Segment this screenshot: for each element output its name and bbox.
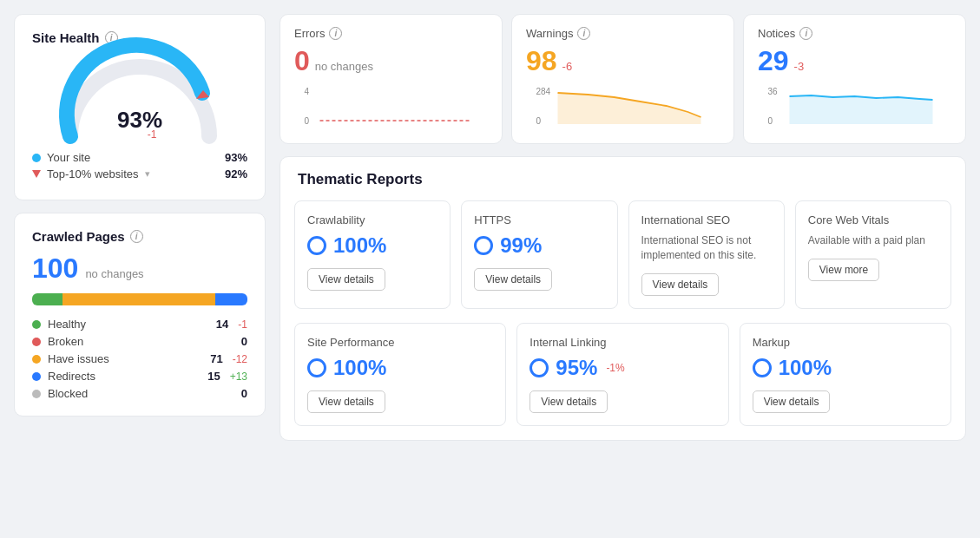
dashboard: Site Health i 93% -1 [14, 14, 966, 441]
right-column: Errors i 0 no changes 4 0 Warnings i [280, 14, 966, 441]
crawlability-score: 100% [333, 233, 386, 258]
site-health-card: Site Health i 93% -1 [14, 14, 266, 200]
internal-linking-score: 95% [556, 356, 597, 380]
list-item: Have issues 71 -12 [32, 352, 247, 365]
warnings-value: 98 [526, 45, 557, 77]
healthy-count: 14 [209, 318, 228, 331]
broken-label: Broken [48, 335, 221, 348]
svg-text:-1: -1 [148, 128, 157, 141]
warnings-info-icon[interactable]: i [577, 27, 590, 40]
notices-value: 29 [758, 45, 789, 77]
svg-text:0: 0 [305, 116, 310, 126]
top-sites-icon [32, 170, 41, 178]
https-circle-icon [474, 236, 493, 255]
healthy-dot [32, 320, 41, 329]
site-performance-circle-icon [307, 358, 326, 377]
svg-marker-11 [790, 95, 933, 124]
list-item: Blocked 0 [32, 387, 247, 400]
crawled-number-row: 100 no changes [32, 253, 247, 285]
gauge-container: 93% -1 [32, 54, 247, 141]
top-sites-legend: Top-10% websites ▾ 92% [32, 167, 247, 180]
https-card: HTTPS 99% View details [461, 200, 617, 309]
issues-count: 71 [204, 352, 223, 365]
gauge-svg: 93% -1 [62, 54, 218, 141]
errors-info-icon[interactable]: i [329, 27, 342, 40]
site-performance-view-btn[interactable]: View details [307, 390, 385, 413]
issues-label: Have issues [48, 352, 197, 365]
svg-text:284: 284 [536, 87, 551, 96]
warnings-sparkline: 284 0 [526, 84, 720, 128]
errors-sparkline: 4 0 [294, 84, 488, 128]
list-item: Broken 0 [32, 335, 247, 348]
progress-redirects [215, 293, 247, 305]
https-title: HTTPS [474, 213, 604, 226]
notices-label: Notices [758, 27, 795, 40]
international-seo-view-btn[interactable]: View details [641, 273, 720, 296]
left-column: Site Health i 93% -1 [14, 14, 266, 441]
notices-sparkline: 36 0 [758, 84, 951, 128]
crawled-items-list: Healthy 14 -1 Broken 0 Have issues 71 -1… [32, 318, 247, 400]
notices-delta: -3 [794, 60, 805, 73]
progress-issues [62, 293, 215, 305]
markup-card: Markup 100% View details [740, 323, 951, 426]
crawled-sub: no changes [85, 267, 143, 280]
svg-text:4: 4 [305, 87, 310, 96]
site-performance-title: Site Performance [307, 336, 493, 349]
internal-linking-circle-icon [529, 358, 549, 377]
international-seo-card: International SEO International SEO is n… [628, 200, 785, 309]
issues-dot [32, 355, 41, 364]
top-metric-cards: Errors i 0 no changes 4 0 Warnings i [280, 14, 966, 144]
thematic-bottom-grid: Site Performance 100% View details Inter… [280, 323, 965, 440]
core-web-vitals-card: Core Web Vitals Available with a paid pl… [795, 200, 951, 309]
redirects-dot [32, 372, 41, 381]
crawled-progress-bar [32, 293, 247, 305]
healthy-label: Healthy [48, 318, 202, 331]
markup-circle-icon [753, 358, 772, 377]
internal-linking-delta: -1% [606, 362, 624, 374]
international-seo-text: International SEO is not implemented on … [641, 233, 772, 263]
errors-label: Errors [294, 27, 325, 40]
warnings-card: Warnings i 98 -6 284 0 [511, 14, 734, 144]
core-web-vitals-title: Core Web Vitals [808, 213, 938, 226]
top-sites-dropdown-icon[interactable]: ▾ [145, 168, 150, 180]
markup-view-btn[interactable]: View details [753, 390, 831, 413]
crawled-pages-card: Crawled Pages i 100 no changes Healthy 1… [14, 213, 266, 417]
crawlability-card: Crawlability 100% View details [294, 200, 451, 309]
core-web-vitals-view-btn[interactable]: View more [808, 259, 879, 281]
your-site-legend: Your site 93% [32, 151, 247, 164]
broken-count: 0 [228, 335, 247, 348]
errors-title: Errors i [294, 27, 488, 40]
issues-delta: -12 [233, 353, 247, 365]
your-site-label: Your site [47, 151, 90, 164]
notices-value-row: 29 -3 [758, 45, 951, 77]
crawled-pages-info-icon[interactable]: i [130, 230, 143, 243]
warnings-delta: -6 [562, 60, 573, 73]
internal-linking-view-btn[interactable]: View details [529, 390, 608, 413]
your-site-dot [32, 154, 41, 162]
notices-info-icon[interactable]: i [799, 27, 812, 40]
svg-text:36: 36 [768, 87, 779, 96]
core-web-vitals-text: Available with a paid plan [808, 233, 938, 248]
redirects-count: 15 [201, 370, 220, 383]
site-health-label: Site Health [32, 30, 100, 45]
https-view-btn[interactable]: View details [474, 268, 552, 291]
warnings-value-row: 98 -6 [526, 45, 720, 77]
markup-score-row: 100% [753, 356, 938, 380]
crawlability-view-btn[interactable]: View details [307, 268, 385, 291]
healthy-delta: -1 [238, 318, 247, 331]
blocked-label: Blocked [48, 387, 221, 400]
crawled-pages-label: Crawled Pages [32, 229, 125, 244]
thematic-reports-title: Thematic Reports [280, 157, 965, 188]
internal-linking-card: Internal Linking 95% -1% View details [516, 323, 728, 426]
list-item: Redirects 15 +13 [32, 370, 247, 383]
crawlability-score-row: 100% [307, 233, 437, 258]
https-score-row: 99% [474, 233, 604, 258]
crawled-pages-title: Crawled Pages i [32, 229, 247, 244]
list-item: Healthy 14 -1 [32, 318, 247, 331]
notices-card: Notices i 29 -3 36 0 [743, 14, 966, 144]
errors-card: Errors i 0 no changes 4 0 [280, 14, 503, 144]
site-performance-score: 100% [333, 356, 386, 380]
svg-marker-8 [558, 93, 701, 124]
broken-dot [32, 338, 41, 346]
thematic-reports-card: Thematic Reports Crawlability 100% View … [280, 156, 966, 441]
